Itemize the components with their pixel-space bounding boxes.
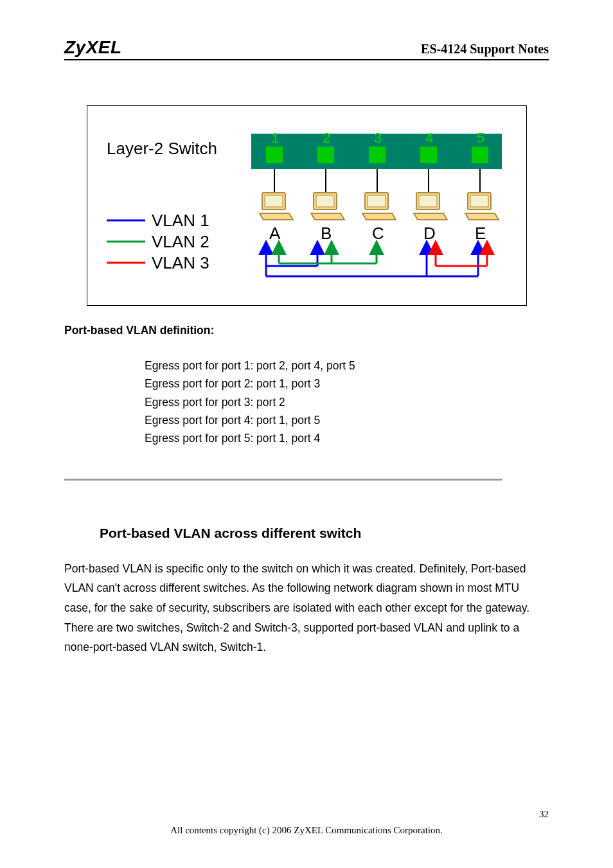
host-label-B: B [321,224,332,243]
port-num-4: 4 [425,130,433,146]
vlan-topology-svg: Layer-2 Switch 1 2 3 4 5 [107,128,505,289]
port-num-2: 2 [323,130,330,146]
port-num-1: 1 [271,130,279,146]
page-number: 32 [539,809,549,820]
legend-vlan1: VLAN 1 [152,211,209,230]
host-label-C: C [372,224,384,243]
host-icon [362,193,396,220]
egress-rule: Egress port for port 2: port 1, port 3 [145,375,549,393]
egress-rule: Egress port for port 4: port 1, port 5 [145,411,549,429]
legend-vlan2: VLAN 2 [152,232,209,251]
brand-logo: ZyXEL [64,37,122,58]
host-label-E: E [475,224,486,243]
section-paragraph: Port-based VLAN is specific only to the … [64,559,549,657]
port-num-5: 5 [477,130,484,146]
host-label-A: A [269,224,281,243]
host-icon [414,193,447,220]
document-title: ES-4124 Support Notes [421,42,549,57]
svg-rect-16 [368,195,386,207]
section-heading: Port-based VLAN across different switch [64,526,549,541]
host-icon [465,193,499,220]
switch-label: Layer-2 Switch [107,139,217,158]
network-diagram: Layer-2 Switch 1 2 3 4 5 [87,105,527,306]
svg-rect-5 [472,146,488,163]
host-label-D: D [423,224,436,243]
svg-rect-1 [266,146,283,163]
vlan-def-title: Port-based VLAN definition: [64,324,549,337]
svg-rect-2 [317,146,334,163]
host-icon [311,193,344,220]
egress-rule: Egress port for port 3: port 2 [145,393,549,411]
svg-rect-18 [419,195,437,207]
port-num-3: 3 [374,130,382,146]
egress-rule: Egress port for port 1: port 2, port 4, … [145,357,549,375]
divider [64,479,502,481]
copyright-footer: All contents copyright (c) 2006 ZyXEL Co… [0,825,613,836]
host-icon [260,193,293,220]
egress-rule: Egress port for port 5: port 1, port 4 [145,429,549,447]
page-header: ZyXEL ES-4124 Support Notes [64,37,549,60]
svg-rect-14 [316,195,334,207]
svg-rect-20 [470,195,488,207]
legend-vlan3: VLAN 3 [152,253,209,272]
svg-rect-3 [369,146,386,163]
egress-rules-list: Egress port for port 1: port 2, port 4, … [64,357,549,448]
svg-rect-12 [265,195,283,207]
svg-rect-4 [420,146,437,163]
